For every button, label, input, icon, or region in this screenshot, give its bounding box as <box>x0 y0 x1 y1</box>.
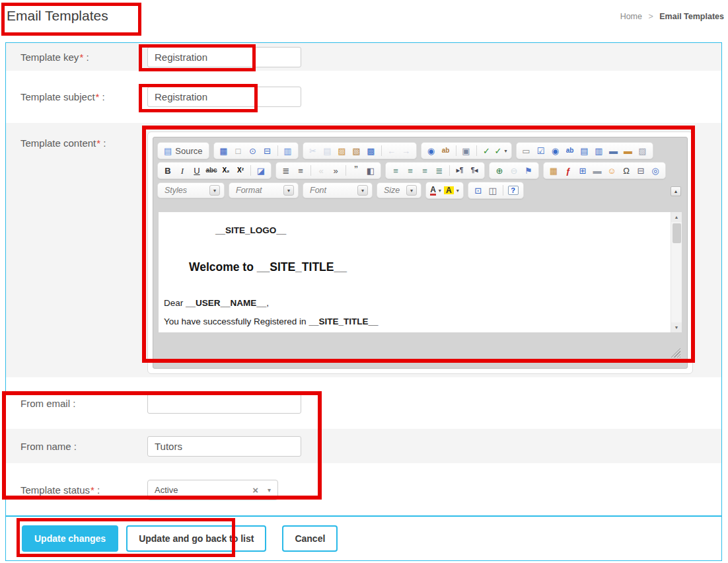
find-button[interactable]: ◉ <box>424 144 439 157</box>
link-button[interactable]: ⊕ <box>492 164 507 177</box>
from-name-input[interactable] <box>147 436 301 457</box>
new-page-button[interactable]: □ <box>231 144 246 157</box>
text-color-button[interactable]: A▾ <box>429 184 443 197</box>
from-name-row: From name : <box>6 429 721 463</box>
toolbar-group: ⊡◫? <box>468 182 524 199</box>
anchor-button[interactable]: ⚑ <box>521 164 536 177</box>
radio-button-button[interactable]: ◉ <box>548 144 563 157</box>
subscript-button[interactable]: X₂ <box>219 164 233 177</box>
text-direction-ltr-icon: ▸¶ <box>456 167 464 174</box>
label-text: From email <box>20 398 70 409</box>
paste-from-word-button[interactable]: ▩ <box>364 144 379 157</box>
toolbar-group: ▭☑◉ab▤▥▬▬▨ <box>516 142 653 159</box>
maximize-button[interactable]: ⊡ <box>471 184 486 197</box>
spell-check-button[interactable]: ✓ <box>480 144 494 157</box>
editor-resize-handle[interactable] <box>671 348 680 357</box>
paste-button[interactable]: ▨ <box>335 144 349 157</box>
print-button[interactable]: ⊟ <box>260 144 275 157</box>
update-and-go-back-button[interactable]: Update and go back to list <box>126 525 266 552</box>
source-label: Source <box>175 146 202 156</box>
styles-dropdown[interactable]: Styles▾ <box>161 184 221 196</box>
toolbar-separator <box>503 185 503 196</box>
horizontal-rule-button[interactable]: ▬ <box>590 164 604 177</box>
toolbar-collapse-button[interactable]: ▴ <box>671 186 681 196</box>
editor-scrollbar[interactable]: ▲ ▼ <box>671 212 682 332</box>
templates-button[interactable]: ▥ <box>281 144 295 157</box>
form-button[interactable]: ▭ <box>519 144 534 157</box>
ckeditor-chrome: ▤Source▦□⊙⊟▥✂▤▨▧▩←→◉ab▣✓✓▾▭☑◉ab▤▥▬▬▨BIUa… <box>153 137 688 369</box>
background-color-button[interactable]: A▾ <box>443 184 460 197</box>
special-character-button[interactable]: Ω <box>619 164 634 177</box>
page-title: Email Templates <box>7 8 108 24</box>
font-dropdown[interactable]: Font▾ <box>306 184 369 196</box>
scroll-down-button[interactable]: ▼ <box>671 322 682 332</box>
select-all-icon: ▣ <box>462 147 470 155</box>
align-center-button[interactable]: ≡ <box>403 164 418 177</box>
bold-button[interactable]: B <box>161 164 175 177</box>
align-justify-button[interactable]: ≣ <box>432 164 447 177</box>
italic-button[interactable]: I <box>175 164 190 177</box>
select-all-button[interactable]: ▣ <box>459 144 474 157</box>
underline-button[interactable]: U <box>190 164 204 177</box>
about-button[interactable]: ? <box>506 184 521 197</box>
toolbar-separator <box>449 165 450 176</box>
iframe-button[interactable]: ◎ <box>648 164 663 177</box>
size-dropdown-label: Size <box>384 186 400 195</box>
selection-field-button[interactable]: ▥ <box>592 144 606 157</box>
editor-editable[interactable]: __SITE_LOGO__ Welcome to __SITE_TITLE__ … <box>159 212 671 332</box>
remove-format-button[interactable]: ◪ <box>254 164 268 177</box>
clear-icon[interactable]: × <box>252 484 258 496</box>
div-container-button[interactable]: ◧ <box>363 164 378 177</box>
table-button[interactable]: ⊞ <box>575 164 590 177</box>
spell-check-menu-button[interactable]: ✓▾ <box>494 144 509 157</box>
scrollbar-thumb[interactable] <box>673 223 681 243</box>
superscript-button[interactable]: X² <box>233 164 248 177</box>
show-blocks-button[interactable]: ◫ <box>486 184 500 197</box>
bulleted-list-icon: ≡ <box>298 167 303 175</box>
paste-text-button[interactable]: ▧ <box>349 144 364 157</box>
preview-button[interactable]: ⊙ <box>246 144 260 157</box>
align-left-button[interactable]: ≡ <box>388 164 403 177</box>
checkbox-button[interactable]: ☑ <box>534 144 548 157</box>
text-field-button[interactable]: ab <box>563 144 577 157</box>
breadcrumb-home-link[interactable]: Home <box>620 12 642 21</box>
image-button[interactable]: ▦ <box>546 164 561 177</box>
text-direction-ltr-button[interactable]: ▸¶ <box>453 164 467 177</box>
template-key-input[interactable] <box>147 47 301 67</box>
bulleted-list-button[interactable]: ≡ <box>293 164 308 177</box>
scroll-up-icon: ▲ <box>674 215 679 219</box>
preview-icon: ⊙ <box>249 147 256 155</box>
replace-button[interactable]: ab <box>439 144 453 157</box>
textarea-button[interactable]: ▤ <box>577 144 592 157</box>
text-direction-rtl-button[interactable]: ¶◂ <box>467 164 482 177</box>
page-break-button[interactable]: ⊟ <box>634 164 648 177</box>
paste-text-icon: ▧ <box>352 147 360 155</box>
align-justify-icon: ≣ <box>436 167 443 175</box>
size-dropdown[interactable]: Size▾ <box>380 184 418 196</box>
redo-icon: → <box>402 147 410 155</box>
scroll-up-button[interactable]: ▲ <box>671 212 682 222</box>
cancel-button[interactable]: Cancel <box>282 525 338 552</box>
toolbar-separator <box>476 145 477 156</box>
template-content-row: Template content* : ▤Source▦□⊙⊟▥✂▤▨▧▩←→◉… <box>6 123 721 377</box>
increase-indent-button[interactable]: » <box>328 164 343 177</box>
hidden-field-button[interactable]: ▨ <box>636 144 650 157</box>
smiley-button[interactable]: ☺ <box>604 164 619 177</box>
flash-button[interactable]: ƒ <box>561 164 575 177</box>
chevron-down-icon: ▾ <box>456 188 459 194</box>
image-button-button[interactable]: ▬ <box>621 144 636 157</box>
source-button[interactable]: ▤Source <box>161 144 206 157</box>
numbered-list-button[interactable]: ≣ <box>279 164 293 177</box>
strikethrough-button[interactable]: abc <box>204 164 219 177</box>
save-button[interactable]: ▦ <box>217 144 231 157</box>
align-right-button[interactable]: ≡ <box>418 164 432 177</box>
chevron-down-icon[interactable]: ▾ <box>268 486 271 494</box>
format-dropdown[interactable]: Format▾ <box>232 184 295 196</box>
blockquote-button[interactable]: ” <box>349 164 363 177</box>
button-field-button[interactable]: ▬ <box>606 144 621 157</box>
editor-content-area: __SITE_LOGO__ Welcome to __SITE_TITLE__ … <box>159 212 682 332</box>
template-status-select[interactable]: Active × ▾ <box>147 480 278 500</box>
update-changes-button[interactable]: Update changes <box>22 525 118 552</box>
from-email-input[interactable] <box>147 393 301 414</box>
template-subject-input[interactable] <box>147 87 301 107</box>
